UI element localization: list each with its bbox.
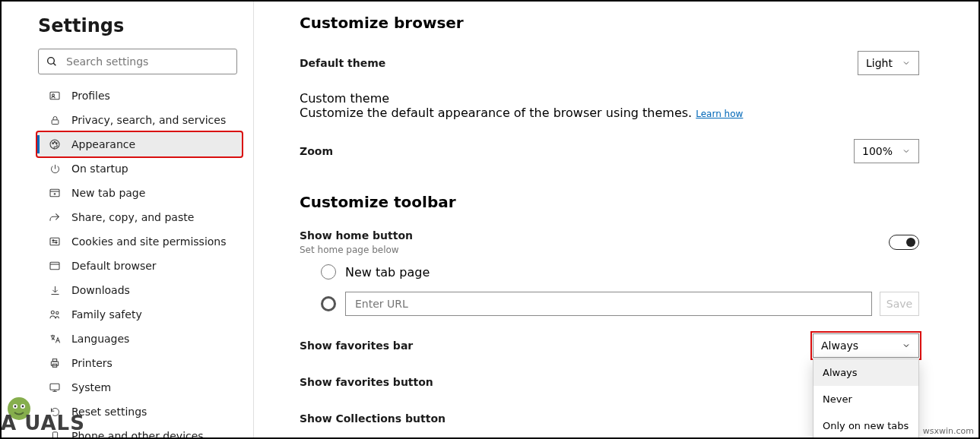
search-wrapper (38, 49, 237, 74)
svg-rect-18 (50, 262, 59, 269)
svg-point-3 (52, 94, 55, 96)
svg-point-22 (56, 311, 59, 314)
sidebar-item-startup[interactable]: On startup (37, 156, 242, 181)
home-button-label: Show home button (300, 229, 413, 242)
svg-point-21 (51, 311, 54, 314)
sidebar-item-label: Default browser (71, 260, 157, 272)
svg-point-8 (56, 143, 58, 144)
svg-line-1 (53, 63, 56, 65)
radio-icon[interactable] (321, 296, 336, 311)
svg-rect-24 (51, 362, 58, 365)
sliders-icon (49, 235, 61, 248)
source-watermark: wsxwin.com (923, 426, 974, 436)
sidebar-item-label: Printers (71, 357, 113, 369)
home-button-toggle[interactable] (889, 235, 919, 250)
appuals-watermark-icon: A UALS (0, 393, 98, 433)
chevron-down-icon (902, 341, 911, 350)
favorites-bar-option-newtabs[interactable]: Only on new tabs (813, 412, 918, 437)
favorites-bar-control: Always Always Never Only on new tabs (813, 333, 919, 358)
svg-rect-13 (50, 238, 59, 245)
sidebar-item-label: On startup (71, 163, 128, 175)
default-theme-row: Default theme Light (300, 50, 919, 76)
home-radio-group: New tab page Save (321, 264, 919, 316)
power-icon (49, 163, 61, 175)
zoom-label: Zoom (300, 145, 333, 157)
custom-theme-row: Custom theme Customize the default appea… (300, 91, 919, 120)
sidebar-item-label: Languages (71, 333, 129, 345)
language-icon (49, 333, 61, 345)
home-button-row: Show home button Set home page below (300, 229, 919, 255)
favorites-bar-option-always[interactable]: Always (813, 359, 918, 386)
home-radio-newtab-label: New tab page (345, 265, 430, 280)
home-url-input[interactable] (345, 292, 872, 316)
custom-theme-label: Custom theme (300, 91, 919, 106)
sidebar-item-default-browser[interactable]: Default browser (37, 254, 242, 278)
svg-point-7 (54, 141, 56, 143)
sidebar-item-label: New tab page (71, 187, 145, 199)
favorites-button-label: Show favorites button (300, 376, 433, 388)
download-icon (49, 285, 61, 296)
learn-how-link[interactable]: Learn how (696, 109, 743, 119)
system-icon (49, 381, 61, 393)
zoom-select[interactable]: 100% (854, 139, 919, 163)
settings-sidebar: Settings Profiles Privacy, search, and s… (2, 2, 254, 437)
family-icon (49, 308, 61, 321)
default-theme-value: Light (866, 57, 893, 69)
zoom-row: Zoom 100% (300, 138, 919, 164)
favorites-bar-row: Show favorites bar Always Always Never O… (300, 333, 919, 358)
favorites-bar-select[interactable]: Always (813, 333, 919, 358)
sidebar-item-label: Downloads (71, 284, 130, 296)
chevron-down-icon (902, 147, 911, 156)
favorites-bar-value: Always (821, 340, 858, 352)
customize-toolbar-heading: Customize toolbar (300, 193, 919, 211)
sidebar-item-share[interactable]: Share, copy, and paste (37, 205, 242, 229)
home-radio-newtab[interactable]: New tab page (321, 264, 919, 280)
sidebar-item-privacy[interactable]: Privacy, search, and services (37, 108, 242, 132)
svg-text:A   UALS: A UALS (1, 412, 85, 433)
browser-icon (49, 260, 61, 272)
sidebar-item-label: Appearance (71, 138, 135, 150)
svg-point-0 (48, 58, 55, 65)
sidebar-item-family[interactable]: Family safety (37, 302, 242, 327)
custom-theme-sub: Customize the default appearance of the … (300, 106, 919, 120)
svg-point-6 (52, 143, 54, 144)
sidebar-item-downloads[interactable]: Downloads (37, 278, 242, 302)
settings-title: Settings (38, 15, 242, 36)
sidebar-item-newtab[interactable]: New tab page (37, 181, 242, 205)
favorites-bar-option-never[interactable]: Never (813, 386, 918, 412)
sidebar-item-appearance[interactable]: Appearance (37, 132, 242, 156)
search-input[interactable] (38, 49, 237, 74)
lock-icon (49, 115, 61, 126)
palette-icon (49, 138, 61, 150)
default-theme-label: Default theme (300, 57, 385, 69)
sidebar-item-profiles[interactable]: Profiles (37, 84, 242, 108)
default-theme-select[interactable]: Light (858, 51, 919, 75)
sidebar-item-label: Privacy, search, and services (71, 114, 226, 126)
svg-rect-27 (50, 384, 59, 390)
favorites-bar-label: Show favorites bar (300, 340, 413, 352)
favorites-bar-dropdown: Always Never Only on new tabs (813, 358, 919, 437)
svg-point-17 (56, 242, 57, 243)
printer-icon (49, 357, 61, 369)
settings-nav: Profiles Privacy, search, and services A… (38, 84, 242, 437)
sidebar-item-languages[interactable]: Languages (37, 327, 242, 351)
sidebar-item-label: Family safety (71, 308, 142, 321)
user-card-icon (49, 90, 61, 102)
radio-icon (321, 264, 336, 280)
sidebar-item-label: Share, copy, and paste (71, 211, 194, 223)
home-button-sub: Set home page below (300, 245, 413, 255)
svg-rect-25 (52, 359, 56, 362)
share-icon (49, 211, 61, 223)
sidebar-item-label: Cookies and site permissions (71, 235, 227, 248)
sidebar-item-printers[interactable]: Printers (37, 351, 242, 375)
home-radio-url-row: Save (321, 292, 919, 316)
svg-point-35 (14, 406, 17, 408)
search-icon (46, 55, 58, 68)
collections-button-label: Show Collections button (300, 412, 446, 425)
home-url-save-button[interactable]: Save (880, 292, 919, 316)
toggle-knob (906, 238, 915, 247)
sidebar-item-cookies[interactable]: Cookies and site permissions (37, 229, 242, 254)
svg-rect-4 (52, 119, 59, 124)
newtab-icon (49, 187, 61, 199)
zoom-value: 100% (862, 145, 893, 157)
